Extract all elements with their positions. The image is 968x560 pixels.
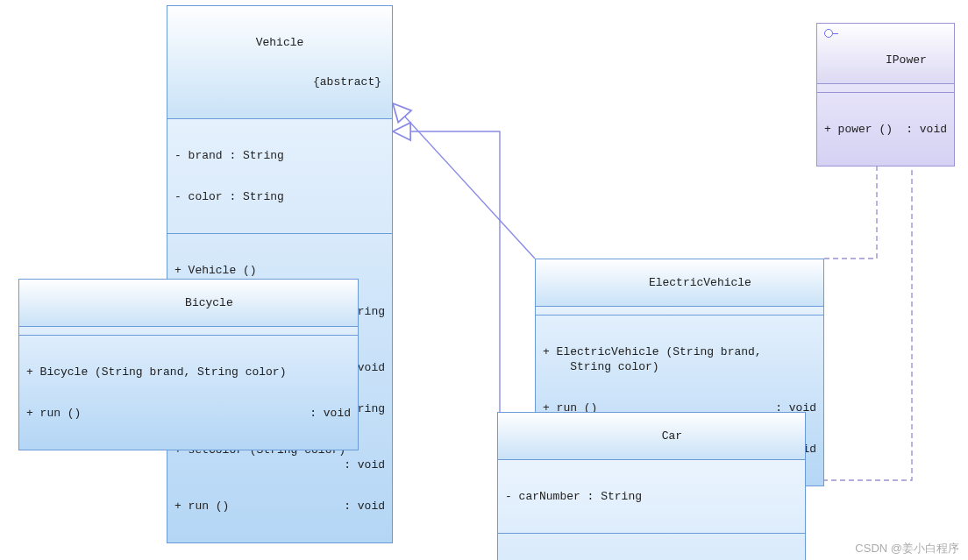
interface-ipower[interactable]: IPower + power (): void bbox=[816, 23, 955, 167]
operations: + Car (String brand, String color, Strin… bbox=[498, 534, 805, 560]
attributes: - brand : String - color : String bbox=[167, 119, 392, 234]
uml-canvas: Vehicle {abstract} - brand : String - co… bbox=[0, 0, 968, 560]
class-name: Car bbox=[662, 429, 682, 443]
watermark: CSDN @姜小白程序 bbox=[855, 541, 959, 556]
class-name: Vehicle bbox=[173, 36, 387, 49]
class-bicycle[interactable]: Bicycle + Bicycle (String brand, String … bbox=[18, 279, 359, 450]
class-vehicle[interactable]: Vehicle {abstract} - brand : String - co… bbox=[167, 5, 393, 543]
class-title: Car bbox=[498, 413, 805, 460]
class-title: Bicycle bbox=[19, 280, 358, 327]
attr-carNumber: - carNumber : String bbox=[505, 489, 798, 504]
op-ctor: + Vehicle () bbox=[174, 263, 385, 278]
op-power: + power (): void bbox=[824, 122, 947, 137]
attributes-empty bbox=[817, 84, 954, 93]
op-ctor: + ElectricVehicle (String brand, String … bbox=[543, 344, 816, 374]
gen-electric-vehicle bbox=[393, 103, 535, 259]
attr-brand: - brand : String bbox=[174, 148, 385, 163]
lollipop-icon bbox=[824, 29, 833, 38]
class-name: IPower bbox=[886, 53, 927, 67]
operations: + power (): void bbox=[817, 93, 954, 166]
attributes-empty bbox=[19, 327, 358, 336]
op-run: + run (): void bbox=[26, 406, 351, 421]
attributes: - carNumber : String bbox=[498, 460, 805, 534]
class-title: Vehicle {abstract} bbox=[167, 6, 392, 119]
attr-color: - color : String bbox=[174, 189, 385, 204]
attributes-empty bbox=[536, 307, 823, 315]
class-name: ElectricVehicle bbox=[649, 276, 751, 289]
gen-car-vehicle bbox=[393, 131, 500, 412]
operations: + Bicycle (String brand, String color) +… bbox=[19, 336, 358, 450]
class-title: ElectricVehicle bbox=[536, 259, 823, 307]
op-ctor: + Bicycle (String brand, String color) bbox=[26, 365, 351, 379]
op-run: + run (): void bbox=[174, 499, 385, 514]
stereotype-abstract: {abstract} bbox=[173, 75, 387, 89]
class-name: Bicycle bbox=[185, 296, 233, 309]
class-car[interactable]: Car - carNumber : String + Car (String b… bbox=[497, 412, 806, 560]
class-title: IPower bbox=[817, 24, 954, 84]
